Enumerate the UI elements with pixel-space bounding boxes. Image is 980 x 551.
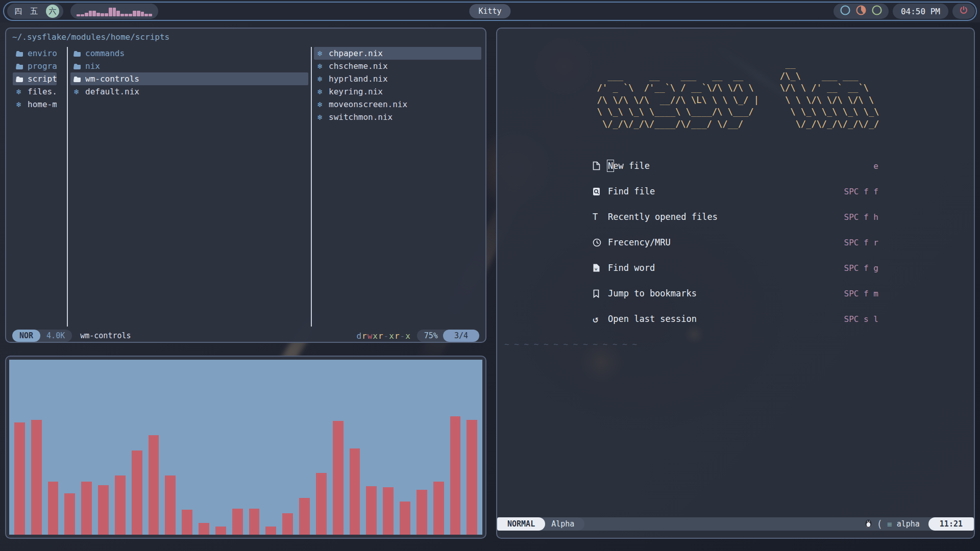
chart-bar xyxy=(383,487,394,535)
dashboard-item-frecency-mru[interactable]: Frecency/MRUSPC f r xyxy=(593,230,878,255)
file-row-switchmon.nix[interactable]: ❄switchmon.nix xyxy=(314,111,481,123)
dashboard-item-shortcut: SPC f g xyxy=(844,263,878,273)
chart-bar xyxy=(416,490,427,535)
file-name: switchmon.nix xyxy=(329,112,393,122)
new-file-icon xyxy=(593,161,608,170)
chart-bar xyxy=(350,448,360,535)
top-status-bar: 四五六 Kitty 04:50 PM xyxy=(0,0,980,22)
chart-bar xyxy=(14,422,25,535)
chart-bar xyxy=(433,482,444,535)
neovim-ascii-logo: __ ___ __ ___ __ __ /\_\ ___ ___ /' _ `\… xyxy=(592,58,879,130)
histogram-bar xyxy=(77,14,80,16)
file-row-default.nix[interactable]: ❄default.nix xyxy=(70,85,308,98)
file-manager-window[interactable]: ~/.sysflake/modules/home/scripts envirop… xyxy=(5,28,486,343)
file-row-files.[interactable]: ❄files. xyxy=(13,85,57,98)
chart-bar xyxy=(265,527,276,535)
histogram-bar xyxy=(89,11,92,16)
histogram-bar xyxy=(116,11,120,16)
dashboard-item-find-file[interactable]: Find fileSPC f f xyxy=(593,179,878,204)
power-button[interactable] xyxy=(952,4,975,19)
perm-char: x xyxy=(389,331,395,341)
linux-penguin-icon xyxy=(865,518,872,530)
file-row-chpaper.nix[interactable]: ❄chpaper.nix xyxy=(314,47,481,60)
file-row-chscheme.nix[interactable]: ❄chscheme.nix xyxy=(314,60,481,72)
vim-mode-indicator: NORMAL xyxy=(497,517,545,531)
histogram-bar xyxy=(96,13,100,16)
file-row-home-m[interactable]: ❄home-m xyxy=(13,98,57,111)
chart-bar xyxy=(299,498,310,535)
dashboard-item-shortcut: SPC f r xyxy=(844,238,878,247)
buffer-name: Alpha xyxy=(539,517,584,531)
preview-column: ❄chpaper.nix❄chscheme.nix❄hyprland.nix❄k… xyxy=(314,47,481,123)
dashboard-item-new-file[interactable]: New filee xyxy=(593,153,878,179)
ring-orange xyxy=(855,5,867,18)
nix-file-icon: ❄ xyxy=(74,88,82,96)
chart-bar xyxy=(232,509,243,535)
dashboard-item-jump-to-bookmarks[interactable]: Jump to bookmarksSPC f m xyxy=(593,281,878,306)
neovim-window[interactable]: __ ___ __ ___ __ __ /\_\ ___ ___ /' _ `\… xyxy=(496,28,975,539)
dashboard-item-label: Open last session xyxy=(608,314,844,324)
permissions-string: drwxr-xr-x xyxy=(356,331,410,341)
perm-char: r xyxy=(362,331,368,341)
workspace-item[interactable]: 五 xyxy=(30,7,38,16)
dashboard-item-label: Recently opened files xyxy=(608,212,844,222)
histogram-bar xyxy=(85,13,88,16)
text-cursor: N xyxy=(608,161,613,171)
file-row-enviro[interactable]: enviro xyxy=(13,47,57,60)
current-directory-column: commandsnixwm-controls❄default.nix xyxy=(70,47,308,98)
histogram-bar xyxy=(105,13,108,16)
chart-bar xyxy=(48,482,59,535)
file-row-hyprland.nix[interactable]: ❄hyprland.nix xyxy=(314,72,481,85)
file-row-nix[interactable]: nix xyxy=(70,60,308,72)
perm-char: d xyxy=(356,331,362,341)
ring-green xyxy=(871,5,883,18)
chart-bar xyxy=(467,420,477,535)
perm-char: r xyxy=(395,331,400,341)
folder-icon xyxy=(74,51,82,57)
dashboard-item-shortcut: SPC f m xyxy=(844,289,878,298)
file-row-commands[interactable]: commands xyxy=(70,47,308,60)
empty-buffer-tildes: ~ ~ ~ ~ ~ ~ ~ ~ ~ ~ ~ ~ ~ ~ xyxy=(504,338,637,350)
neovim-statusline: NORMAL Alpha ( ≡ alpha 11:21 xyxy=(497,517,974,531)
dashboard-item-label: Frecency/MRU xyxy=(608,237,844,247)
dashboard-item-shortcut: e xyxy=(873,161,878,171)
power-icon xyxy=(959,6,968,17)
nix-file-icon: ❄ xyxy=(317,101,325,109)
mode-badge: NOR xyxy=(12,330,40,342)
file-row-moveonscreen.nix[interactable]: ❄moveonscreen.nix xyxy=(314,98,481,111)
clock-widget[interactable]: 04:50 PM xyxy=(893,4,948,19)
file-row-script[interactable]: script xyxy=(13,72,57,85)
chart-bar xyxy=(64,493,75,535)
chart-bar xyxy=(400,502,410,535)
nix-file-icon: ❄ xyxy=(16,88,24,96)
bar-chart-bars xyxy=(9,360,482,535)
histogram-bar xyxy=(144,14,148,16)
dashboard-item-recently-opened-files[interactable]: TRecently opened filesSPC f h xyxy=(593,204,878,230)
file-row-wm-controls[interactable]: wm-controls xyxy=(70,72,308,85)
file-name: home-m xyxy=(28,99,57,109)
statusline-clock: 11:21 xyxy=(928,517,974,531)
file-row-keyring.nix[interactable]: ❄keyring.nix xyxy=(314,85,481,98)
chart-bar xyxy=(165,475,176,535)
chart-bar xyxy=(366,486,377,535)
dashboard-item-open-last-session[interactable]: ↺Open last sessionSPC s l xyxy=(593,306,878,332)
chart-bar xyxy=(98,485,109,535)
activity-histogram-widget[interactable] xyxy=(70,4,158,19)
last-session-icon: ↺ xyxy=(593,313,608,324)
workspace-item[interactable]: 四 xyxy=(14,7,22,16)
filetype-label: alpha xyxy=(897,519,920,529)
workspace-item-active[interactable]: 六 xyxy=(46,5,59,18)
system-monitor-rings[interactable] xyxy=(834,4,889,19)
chart-preview-window[interactable] xyxy=(5,356,486,539)
dashboard-item-shortcut: SPC f f xyxy=(844,187,878,196)
dashboard-item-find-word[interactable]: wFind wordSPC f g xyxy=(593,255,878,281)
file-row-progra[interactable]: progra xyxy=(13,60,57,72)
focused-window-title[interactable]: Kitty xyxy=(469,4,510,18)
histogram-bar xyxy=(141,12,144,16)
nix-file-icon: ❄ xyxy=(317,88,325,96)
chart-bar xyxy=(182,510,192,535)
svg-text:w: w xyxy=(595,267,597,271)
perm-char: w xyxy=(368,331,373,341)
perm-char: x xyxy=(373,331,378,341)
current-path: ~/.sysflake/modules/home/scripts xyxy=(12,32,169,42)
